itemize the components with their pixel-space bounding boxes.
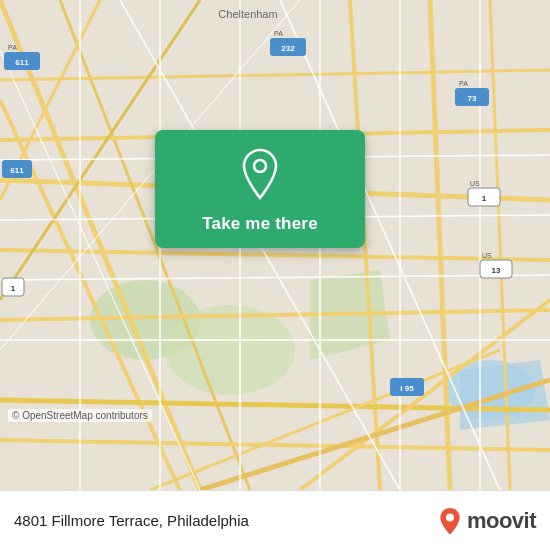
moovit-logo: moovit: [436, 507, 536, 535]
svg-text:PA: PA: [459, 80, 468, 87]
svg-point-60: [254, 160, 266, 172]
svg-text:73: 73: [468, 94, 477, 103]
take-me-there-button[interactable]: Take me there: [202, 214, 318, 234]
svg-text:PA: PA: [8, 44, 17, 51]
svg-text:I 95: I 95: [400, 384, 414, 393]
svg-text:Cheltenham: Cheltenham: [218, 8, 277, 20]
svg-text:PA: PA: [274, 30, 283, 37]
map-attribution: © OpenStreetMap contributors: [8, 409, 152, 422]
svg-text:US: US: [470, 180, 480, 187]
svg-text:1: 1: [482, 194, 487, 203]
map-container: 611 PA 232 PA 73 PA 1 US 13 US I 95 611 …: [0, 0, 550, 490]
svg-text:611: 611: [15, 58, 29, 67]
moovit-pin-icon: [436, 507, 464, 535]
address-label: 4801 Fillmore Terrace, Philadelphia: [14, 512, 436, 529]
svg-point-61: [446, 513, 454, 521]
location-pin-icon: [238, 148, 282, 204]
svg-text:232: 232: [281, 44, 295, 53]
svg-text:611: 611: [10, 166, 24, 175]
svg-text:13: 13: [492, 266, 501, 275]
location-card[interactable]: Take me there: [155, 130, 365, 248]
bottom-bar: 4801 Fillmore Terrace, Philadelphia moov…: [0, 490, 550, 550]
moovit-wordmark: moovit: [467, 508, 536, 534]
svg-text:1: 1: [11, 284, 16, 293]
svg-text:US: US: [482, 252, 492, 259]
